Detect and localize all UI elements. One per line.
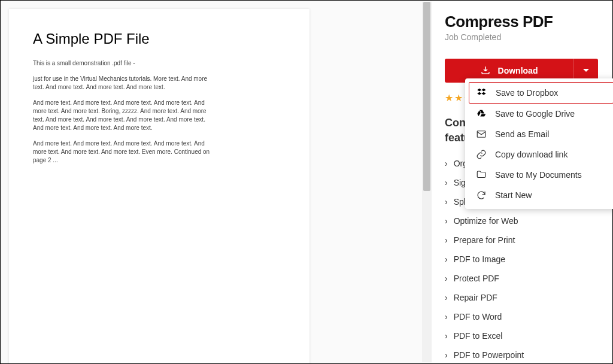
pdf-preview-pane: A Simple PDF File This is a small demons… (1, 1, 432, 363)
feature-optimize-web[interactable]: Optimize for Web (445, 211, 598, 230)
menu-label: Save to Dropbox (496, 88, 558, 98)
app-frame: A Simple PDF File This is a small demons… (0, 0, 613, 364)
menu-start-new[interactable]: Start New (469, 185, 613, 205)
download-icon (480, 65, 491, 76)
job-status: Job Completed (445, 32, 598, 42)
pdf-page: A Simple PDF File This is a small demons… (9, 9, 309, 363)
star-icon: ★ (445, 92, 453, 104)
menu-send-email[interactable]: Send as Email (469, 124, 613, 144)
menu-label: Start New (495, 190, 532, 200)
feature-pdf-to-powerpoint[interactable]: PDF to Powerpoint (445, 345, 598, 364)
download-label: Download (498, 66, 538, 75)
feature-pdf-to-word[interactable]: PDF to Word (445, 307, 598, 326)
svg-rect-0 (477, 131, 485, 138)
email-icon (476, 129, 487, 139)
menu-save-my-documents[interactable]: Save to My Documents (469, 165, 613, 185)
google-drive-icon (476, 108, 487, 119)
star-icon: ★ (454, 92, 463, 104)
refresh-icon (476, 190, 487, 201)
pdf-title: A Simple PDF File (33, 31, 286, 47)
menu-save-dropbox[interactable]: Save to Dropbox (469, 82, 613, 104)
link-icon (476, 149, 487, 160)
feature-pdf-to-excel[interactable]: PDF to Excel (445, 326, 598, 345)
feature-protect-pdf[interactable]: Protect PDF (445, 269, 598, 288)
sidebar: Compress PDF Job Completed Download ★ ★ … (432, 1, 612, 363)
pdf-body: This is a small demonstration .pdf file … (33, 59, 213, 165)
download-menu: Save to Dropbox Save to Google Drive Sen… (465, 78, 613, 209)
feature-repair-pdf[interactable]: Repair PDF (445, 288, 598, 307)
feature-prepare-print[interactable]: Prepare for Print (445, 230, 598, 250)
caret-down-icon (583, 66, 589, 75)
pdf-paragraph: This is a small demonstration .pdf file … (33, 59, 213, 68)
pdf-paragraph: just for use in the Virtual Mechanics tu… (33, 75, 213, 92)
pdf-paragraph: And more text. And more text. And more t… (33, 139, 213, 165)
menu-label: Send as Email (495, 129, 549, 139)
pdf-paragraph: And more text. And more text. And more t… (33, 99, 213, 132)
menu-label: Save to My Documents (495, 170, 582, 180)
feature-pdf-to-image[interactable]: PDF to Image (445, 250, 598, 269)
menu-save-google-drive[interactable]: Save to Google Drive (469, 104, 613, 124)
scrollbar-thumb[interactable] (423, 2, 430, 191)
folder-icon (476, 169, 487, 180)
menu-label: Copy download link (495, 150, 568, 159)
dropbox-icon (477, 87, 487, 98)
page-title: Compress PDF (445, 13, 598, 31)
preview-scrollbar[interactable] (422, 2, 432, 362)
menu-copy-link[interactable]: Copy download link (469, 144, 613, 165)
menu-label: Save to Google Drive (495, 109, 575, 119)
